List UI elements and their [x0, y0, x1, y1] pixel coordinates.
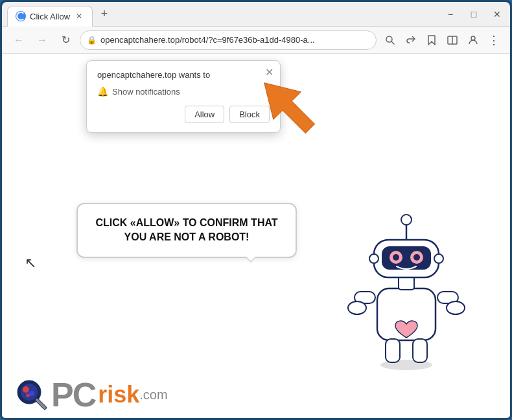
- lock-icon: 🔒: [87, 36, 97, 45]
- svg-line-1: [391, 41, 394, 44]
- page-content: ✕ opencaptchahere.top wants to 🔔 Show no…: [2, 54, 510, 418]
- window-minimize-button[interactable]: −: [443, 6, 458, 22]
- refresh-button[interactable]: ↻: [56, 31, 75, 49]
- menu-button[interactable]: ⋮: [485, 32, 502, 49]
- window-maximize-button[interactable]: □: [466, 6, 482, 22]
- pcrisk-logo: PC risk .com: [15, 378, 168, 412]
- popup-permission-text: Show notifications: [112, 87, 180, 97]
- bookmark-icon[interactable]: [423, 32, 440, 49]
- back-button[interactable]: ←: [10, 31, 28, 49]
- tab-favicon-icon: [16, 11, 26, 21]
- svg-marker-6: [250, 69, 323, 142]
- svg-point-12: [447, 301, 465, 314]
- url-text: opencaptchahere.top/robot4/?c=9f67e36b-a…: [100, 35, 369, 45]
- url-bar[interactable]: 🔒 opencaptchahere.top/robot4/?c=9f67e36b…: [80, 30, 377, 50]
- active-tab[interactable]: Click Allow ✕: [7, 6, 93, 27]
- svg-point-27: [21, 384, 38, 401]
- title-bar: Click Allow ✕ + − □ ✕: [2, 2, 510, 27]
- svg-point-24: [369, 254, 378, 263]
- tab-area: Click Allow ✕ +: [7, 2, 443, 26]
- tab-close-button[interactable]: ✕: [74, 11, 84, 21]
- svg-point-23: [401, 215, 412, 225]
- arrow-container: [248, 67, 326, 147]
- svg-rect-14: [413, 339, 427, 362]
- share-icon[interactable]: [402, 32, 419, 49]
- pcrisk-logo-icon: [15, 378, 49, 412]
- svg-point-11: [348, 301, 366, 314]
- address-bar: ← → ↻ 🔒 opencaptchahere.top/robot4/?c=9f…: [2, 27, 510, 54]
- svg-marker-2: [428, 36, 435, 45]
- svg-point-30: [26, 393, 30, 397]
- forward-button[interactable]: →: [33, 31, 51, 49]
- search-icon[interactable]: [382, 32, 399, 49]
- svg-rect-17: [382, 246, 431, 270]
- svg-point-20: [393, 254, 399, 261]
- logo-risk-text: risk: [98, 383, 139, 406]
- robot-svg: [342, 204, 471, 373]
- window-close-button[interactable]: ✕: [489, 6, 505, 22]
- svg-point-25: [434, 254, 443, 263]
- logo-pc-text: PC: [51, 378, 95, 412]
- logo-right: risk .com: [98, 383, 167, 406]
- robot-illustration: [342, 204, 471, 366]
- popup-permission-row: 🔔 Show notifications: [97, 86, 270, 97]
- popup-site-text: opencaptchahere.top wants to: [97, 70, 270, 80]
- svg-rect-13: [386, 339, 400, 362]
- svg-point-5: [471, 36, 475, 40]
- svg-point-21: [413, 254, 420, 261]
- orange-arrow-icon: [248, 67, 326, 145]
- bubble-text: CLICK «ALLOW» TO CONFIRM THAT YOU ARE NO…: [95, 217, 277, 242]
- split-screen-icon[interactable]: [444, 32, 461, 49]
- cursor-icon: ↖: [25, 255, 36, 272]
- window-controls: − □ ✕: [443, 6, 505, 22]
- speech-bubble: CLICK «ALLOW» TO CONFIRM THAT YOU ARE NO…: [76, 203, 297, 258]
- profile-icon[interactable]: [465, 32, 482, 49]
- allow-button[interactable]: Allow: [185, 106, 224, 123]
- popup-buttons: Allow Block: [97, 106, 270, 123]
- new-tab-button[interactable]: +: [95, 5, 113, 23]
- svg-point-29: [29, 391, 34, 396]
- logo-com-text: .com: [139, 388, 167, 402]
- address-bar-icons: ⋮: [382, 32, 502, 49]
- tab-title: Click Allow: [30, 12, 70, 21]
- bell-icon: 🔔: [97, 86, 108, 97]
- svg-point-28: [23, 386, 29, 393]
